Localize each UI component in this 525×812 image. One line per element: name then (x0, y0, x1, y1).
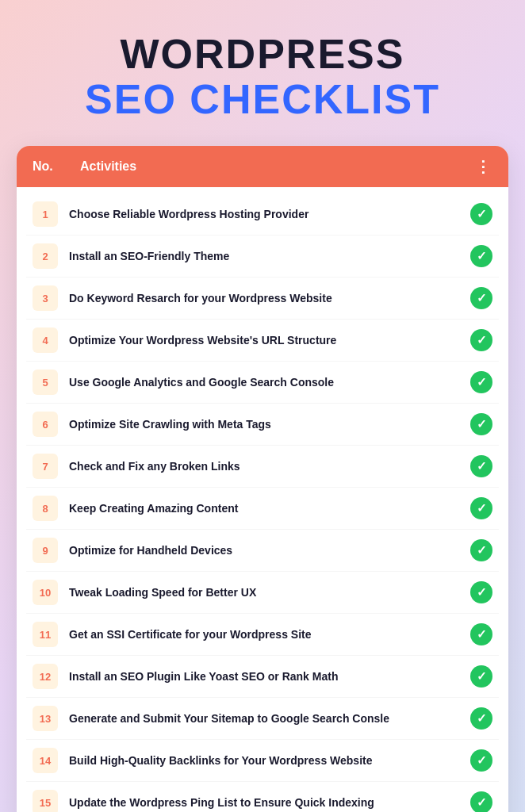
item-text: Get an SSI Certificate for your Wordpres… (69, 627, 459, 642)
item-number: 1 (33, 201, 58, 227)
item-text: Do Keyword Resarch for your Wordpress We… (69, 291, 459, 305)
item-number: 6 (33, 412, 58, 437)
item-check-icon[interactable] (470, 665, 492, 688)
item-number: 4 (33, 327, 58, 353)
item-check-icon[interactable] (470, 623, 492, 645)
item-check-icon[interactable] (470, 581, 492, 603)
item-number: 15 (33, 790, 58, 812)
item-number: 9 (33, 538, 58, 563)
item-text: Use Google Analytics and Google Search C… (69, 375, 459, 389)
list-item[interactable]: 5Use Google Analytics and Google Search … (26, 362, 499, 404)
item-check-icon[interactable] (470, 413, 492, 435)
list-item[interactable]: 7Check and Fix any Broken Links (26, 446, 499, 488)
item-check-icon[interactable] (470, 371, 492, 393)
list-item[interactable]: 14Build High-Quality Backlinks for Your … (26, 740, 499, 782)
list-item[interactable]: 11Get an SSI Certificate for your Wordpr… (26, 614, 499, 656)
item-number: 7 (33, 454, 58, 479)
header-menu-dots[interactable]: ⋮ (475, 157, 492, 176)
item-text: Choose Reliable Wordpress Hosting Provid… (69, 207, 459, 221)
item-text: Optimize Your Wordpress Website's URL St… (69, 333, 459, 347)
item-text: Build High-Quality Backlinks for Your Wo… (69, 753, 459, 768)
list-item[interactable]: 15Update the Wordpress Ping List to Ensu… (26, 782, 499, 812)
item-check-icon[interactable] (470, 203, 492, 225)
item-number: 11 (33, 622, 58, 647)
item-check-icon[interactable] (470, 329, 492, 351)
item-text: Optimize Site Crawling with Meta Tags (69, 417, 459, 431)
list-item[interactable]: 9Optimize for Handheld Devices (26, 530, 499, 572)
page-container: WORDPRESS SEO CHECKLIST No. Activities ⋮… (17, 24, 508, 812)
item-number: 8 (33, 496, 58, 521)
checklist-card: No. Activities ⋮ 1Choose Reliable Wordpr… (17, 146, 508, 812)
item-text: Generate and Submit Your Sitemap to Goog… (69, 711, 459, 726)
title-section: WORDPRESS SEO CHECKLIST (17, 24, 508, 122)
item-text: Install an SEO Plugin Like Yoast SEO or … (69, 669, 459, 684)
item-check-icon[interactable] (470, 245, 492, 267)
item-number: 13 (33, 706, 58, 731)
item-number: 10 (33, 580, 58, 605)
title-line1: WORDPRESS (17, 32, 508, 77)
item-text: Tweak Loading Speed for Better UX (69, 585, 459, 599)
list-item[interactable]: 12Install an SEO Plugin Like Yoast SEO o… (26, 656, 499, 698)
list-item[interactable]: 1Choose Reliable Wordpress Hosting Provi… (26, 193, 499, 236)
item-check-icon[interactable] (470, 497, 492, 519)
list-item[interactable]: 13Generate and Submit Your Sitemap to Go… (26, 698, 499, 740)
checklist-items-list: 1Choose Reliable Wordpress Hosting Provi… (17, 187, 508, 812)
item-text: Keep Creating Amazing Content (69, 501, 459, 515)
item-check-icon[interactable] (470, 287, 492, 309)
item-text: Update the Wordpress Ping List to Ensure… (69, 795, 459, 810)
header-number-label: No. (33, 159, 64, 174)
header-activities-label: Activities (80, 159, 459, 174)
list-item[interactable]: 8Keep Creating Amazing Content (26, 488, 499, 530)
item-number: 5 (33, 370, 58, 395)
title-line2: SEO CHECKLIST (17, 77, 508, 122)
list-item[interactable]: 2Install an SEO-Friendly Theme (26, 236, 499, 278)
item-check-icon[interactable] (470, 791, 492, 812)
item-check-icon[interactable] (470, 455, 492, 477)
item-number: 14 (33, 748, 58, 773)
item-text: Check and Fix any Broken Links (69, 459, 459, 473)
list-item[interactable]: 6Optimize Site Crawling with Meta Tags (26, 404, 499, 446)
item-number: 12 (33, 664, 58, 689)
item-text: Optimize for Handheld Devices (69, 543, 459, 557)
item-text: Install an SEO-Friendly Theme (69, 249, 459, 263)
item-number: 3 (33, 285, 58, 311)
item-check-icon[interactable] (470, 707, 492, 730)
list-item[interactable]: 10Tweak Loading Speed for Better UX (26, 572, 499, 614)
item-check-icon[interactable] (470, 749, 492, 772)
list-item[interactable]: 3Do Keyword Resarch for your Wordpress W… (26, 278, 499, 320)
list-item[interactable]: 4Optimize Your Wordpress Website's URL S… (26, 320, 499, 362)
checklist-header: No. Activities ⋮ (17, 146, 508, 187)
item-check-icon[interactable] (470, 539, 492, 561)
item-number: 2 (33, 243, 58, 269)
